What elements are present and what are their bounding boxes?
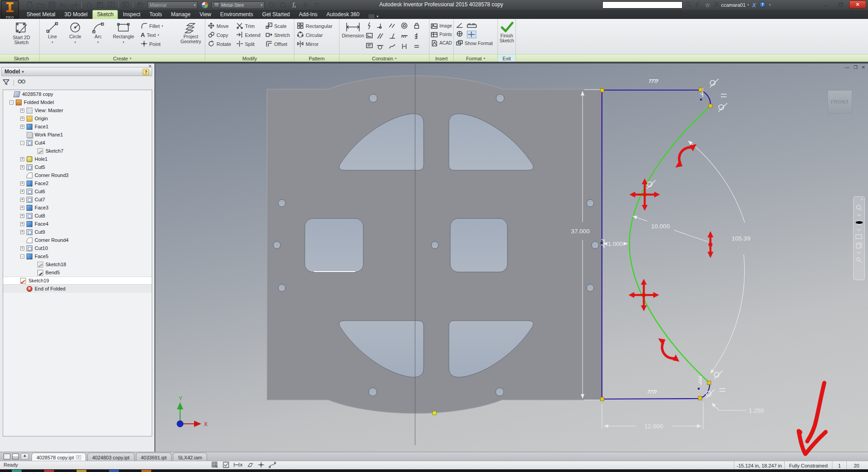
centerline-format-icon[interactable]	[467, 22, 477, 30]
restore-button[interactable]	[835, 0, 846, 9]
tab-manage[interactable]: Manage	[167, 10, 194, 19]
tab-tools[interactable]: Tools	[145, 10, 166, 19]
expand-icon[interactable]	[20, 198, 24, 202]
driven-dimension-toggle[interactable]	[467, 31, 476, 38]
perpendicular-constraint-icon[interactable]	[389, 32, 400, 42]
exchange-apps-icon[interactable]: X	[752, 2, 756, 9]
tree-item-cut5[interactable]: Cut5	[3, 163, 152, 171]
circle-button[interactable]: Circle▾	[64, 20, 86, 45]
tree-item-face5[interactable]: Face5	[3, 252, 152, 260]
doc-tab[interactable]: 4024803 copy.ipt	[87, 453, 135, 461]
expand-icon[interactable]	[20, 222, 24, 226]
doc-close-icon[interactable]: ✕	[862, 65, 865, 70]
collinear-constraint-icon[interactable]	[389, 22, 400, 32]
tab-inspect[interactable]: Inspect	[119, 10, 145, 19]
rectangle-button[interactable]: Rectangle▾	[110, 20, 137, 45]
dimension-1[interactable]: 1.000	[601, 239, 628, 248]
taskbar-app-icon[interactable]	[77, 470, 86, 472]
smooth-constraint-icon[interactable]	[389, 43, 400, 52]
tree-item-cut10[interactable]: Cut10	[3, 244, 152, 252]
minimize-button[interactable]	[820, 0, 832, 9]
clear-appearance-icon[interactable]	[279, 1, 287, 9]
graphics-canvas[interactable]: — ❒ ✕ FRONT ✕	[155, 64, 868, 452]
dimension-button[interactable]: Dimension	[341, 20, 365, 38]
dimension-12[interactable]: 12.000	[602, 402, 703, 430]
close-button[interactable]: ×	[849, 0, 866, 9]
coincident-constraint-icon[interactable]	[376, 22, 388, 32]
doc-tab[interactable]: 4033691.ipt	[136, 453, 172, 461]
circular-pattern-button[interactable]: Circular	[297, 31, 332, 39]
construction-format-icon[interactable]	[456, 22, 464, 30]
material-combo[interactable]: Material▾	[147, 1, 198, 9]
tab-3d-model[interactable]: 3D Model	[60, 10, 91, 19]
tree-item-face3[interactable]: Face3	[3, 204, 152, 212]
tree-item-bend5[interactable]: Bend5	[3, 268, 152, 277]
collapse-icon[interactable]	[9, 100, 14, 104]
favorites-star-icon[interactable]: ☆	[705, 2, 710, 9]
tree-item-face1[interactable]: Face1	[3, 123, 152, 131]
panel-label-constrain[interactable]: Constrain▾	[339, 54, 429, 62]
tab-view[interactable]: View	[195, 10, 215, 19]
point-button[interactable]: Point	[141, 40, 172, 48]
adjust-appearance-icon[interactable]	[267, 1, 276, 9]
expand-icon[interactable]	[20, 157, 24, 161]
collapse-icon[interactable]	[20, 141, 24, 145]
project-geometry-button[interactable]: Project Geometry	[177, 20, 205, 44]
center-point-format-icon[interactable]	[456, 31, 464, 38]
text-button[interactable]: AText▾	[141, 31, 172, 39]
vertical-constraint-icon[interactable]	[413, 32, 424, 42]
panel-label-exit[interactable]: Exit	[498, 54, 516, 62]
acad-button[interactable]: ACAD	[431, 39, 452, 47]
appearance-combo[interactable]: Metal-Stee▾	[212, 1, 265, 9]
save-icon[interactable]	[48, 1, 56, 9]
extend-button[interactable]: Extend	[236, 31, 265, 39]
browser-help-icon[interactable]: ?	[143, 69, 149, 75]
sketch-grid-toggle-icon[interactable]	[212, 462, 219, 468]
tab-add-ins[interactable]: Add-Ins	[295, 10, 321, 19]
parameters-fx-icon[interactable]: fx	[290, 1, 298, 9]
collapse-icon[interactable]	[20, 254, 24, 259]
midpoint-handle[interactable]	[601, 242, 603, 244]
doc-restore-icon[interactable]: ❒	[854, 65, 858, 70]
horizontal-constraint-icon[interactable]	[401, 32, 412, 42]
rectangular-pattern-button[interactable]: Rectangular	[297, 22, 332, 30]
lock-constraint-icon[interactable]	[413, 22, 424, 32]
node-edit-icon[interactable]	[269, 462, 276, 468]
local-update-icon[interactable]	[107, 1, 116, 9]
expand-tabs-icon[interactable]: ▲	[21, 453, 29, 460]
arc-button[interactable]: Arc▾	[87, 20, 109, 45]
tangent-constraint-icon[interactable]	[376, 43, 388, 52]
tile-windows-icon[interactable]	[12, 454, 19, 459]
expand-icon[interactable]	[20, 117, 24, 121]
panel-label-modify[interactable]: Modify	[205, 54, 294, 62]
doc-minimize-icon[interactable]: —	[845, 65, 850, 70]
tree-item-sketch18[interactable]: Sketch18	[3, 260, 152, 268]
plane-display-icon[interactable]	[247, 462, 254, 468]
panel-label-create[interactable]: Create▾	[40, 54, 205, 62]
ribbon-display-toggle[interactable]: ▾	[368, 14, 378, 19]
rotate-button[interactable]: Rotate	[208, 40, 235, 48]
finish-sketch-button[interactable]: Finish Sketch	[498, 20, 516, 43]
line-button[interactable]: Line▾	[41, 20, 63, 45]
tree-item-part[interactable]: 4028578 copy	[3, 90, 152, 98]
sketch-point[interactable]	[698, 388, 700, 390]
tree-item-sketch7[interactable]: Sketch7	[3, 147, 152, 155]
undo-icon[interactable]	[59, 1, 68, 9]
help-dropdown-icon[interactable]: ▾	[769, 3, 771, 7]
start-2d-sketch-button[interactable]: Start 2D Sketch	[10, 20, 33, 45]
tree-item-sketch19[interactable]: Sketch19	[3, 277, 152, 285]
tree-item-view-master[interactable]: View: Master	[3, 106, 152, 114]
doc-tab[interactable]: SLX42.iam	[173, 453, 207, 461]
centerline-point[interactable]	[433, 411, 436, 415]
sketch-point[interactable]	[700, 99, 702, 100]
stretch-button[interactable]: Stretch	[266, 31, 294, 39]
expand-icon[interactable]	[20, 190, 24, 194]
panel-label-sketch[interactable]: Sketch	[4, 54, 40, 62]
tree-item-end-of-folded[interactable]: End of Folded	[3, 285, 152, 293]
tab-environments[interactable]: Environments	[216, 10, 257, 19]
cascade-windows-icon[interactable]	[4, 454, 10, 459]
tree-item-origin[interactable]: Origin	[3, 114, 152, 123]
auto-dimension-icon[interactable]	[366, 22, 375, 31]
tree-item-cut6[interactable]: Cut6	[3, 187, 152, 195]
scale-button[interactable]: Scale	[266, 22, 294, 30]
